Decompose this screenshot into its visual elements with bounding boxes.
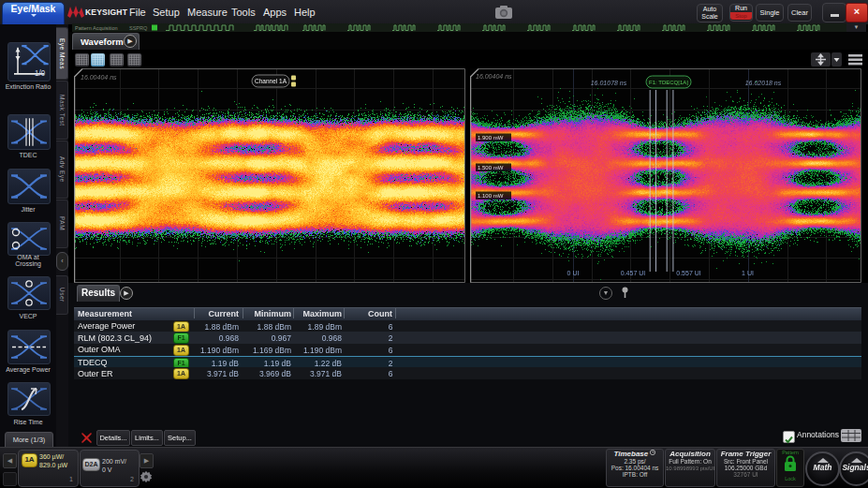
svg-text:1.900: 1.900 [648, 134, 661, 140]
svg-text:0.457 UI: 0.457 UI [621, 270, 646, 276]
svg-text:F1: TDECQ[1A]: F1: TDECQ[1A] [649, 80, 688, 85]
svg-text:0.557 UI: 0.557 UI [676, 270, 701, 276]
svg-text:16.00404 ns: 16.00404 ns [476, 73, 512, 80]
svg-text:16.00404 ns: 16.00404 ns [81, 74, 117, 81]
svg-text:1.100: 1.100 [648, 192, 661, 198]
svg-text:1 UI: 1 UI [742, 270, 754, 276]
svg-text:Channel 1A: Channel 1A [255, 78, 287, 84]
svg-text:1.100 mW: 1.100 mW [478, 193, 504, 199]
svg-text:0 UI: 0 UI [567, 270, 580, 276]
svg-text:1.500: 1.500 [648, 163, 661, 169]
svg-text:1.500 mW: 1.500 mW [478, 165, 504, 170]
svg-text:0.700: 0.700 [648, 221, 661, 227]
svg-text:1.900 mW: 1.900 mW [478, 135, 504, 140]
svg-text:1/0: 1/0 [35, 68, 45, 79]
svg-text:16.02018 ns: 16.02018 ns [745, 80, 782, 86]
svg-text:16.01078 ns: 16.01078 ns [591, 80, 627, 86]
